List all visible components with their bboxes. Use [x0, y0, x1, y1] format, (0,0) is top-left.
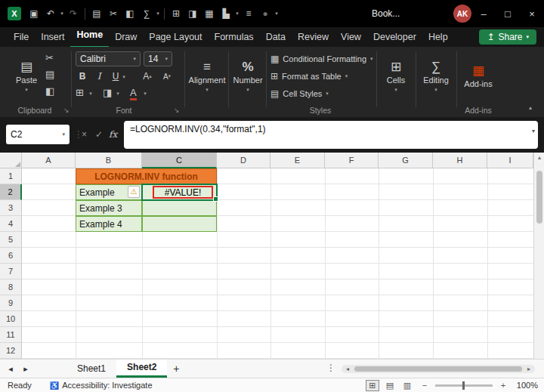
- page-break-view-button[interactable]: ▥: [400, 380, 414, 391]
- chart-chevron-icon[interactable]: ▾: [234, 11, 240, 17]
- cell-c3[interactable]: [142, 200, 217, 216]
- shrink-font-button[interactable]: A▾: [160, 69, 174, 83]
- tab-draw[interactable]: Draw: [109, 27, 143, 47]
- row-header-4[interactable]: 4: [0, 216, 22, 232]
- borders-icon[interactable]: ▦: [201, 8, 218, 19]
- paste-button[interactable]: ▤ Paste ▾: [11, 51, 42, 101]
- editing-group-button[interactable]: ∑ Editing ▾: [419, 51, 453, 101]
- tab-data[interactable]: Data: [260, 27, 292, 47]
- chart-icon[interactable]: ▙: [218, 8, 234, 19]
- cell-b1-merged-title[interactable]: LOGNORM.INV function: [76, 168, 217, 184]
- cell-b3[interactable]: Example 3: [76, 200, 142, 216]
- row-header-7[interactable]: 7: [0, 264, 22, 279]
- row-header-8[interactable]: 8: [0, 279, 22, 295]
- copy-icon[interactable]: ▤: [45, 69, 54, 79]
- tab-formulas[interactable]: Formulas: [209, 27, 260, 47]
- clipboard-dialog-launcher-icon[interactable]: ↘: [63, 106, 70, 114]
- column-header-e[interactable]: E: [270, 153, 325, 168]
- column-header-b[interactable]: B: [76, 153, 142, 168]
- select-all-button[interactable]: ◢: [0, 153, 22, 168]
- tab-help[interactable]: Help: [422, 27, 454, 47]
- list-icon[interactable]: ≡: [240, 8, 257, 19]
- grow-font-button[interactable]: A▴: [141, 69, 154, 83]
- font-name-combo[interactable]: Calibri ▾: [76, 51, 141, 66]
- error-warning-icon[interactable]: ⚠: [128, 186, 140, 198]
- sheet-nav-right-icon[interactable]: ▸: [18, 364, 33, 374]
- cell-styles-button[interactable]: ▤ Cell Styles ▾: [270, 86, 329, 101]
- addins-button[interactable]: ▦ Add-ins: [459, 51, 497, 101]
- account-avatar[interactable]: AK: [453, 5, 471, 23]
- minimize-button[interactable]: –: [471, 0, 496, 27]
- undo-icon[interactable]: ↶: [42, 8, 59, 19]
- row-header-1[interactable]: 1: [0, 168, 22, 184]
- font-color-icon[interactable]: A: [130, 88, 137, 100]
- font-size-combo[interactable]: 14 ▾: [144, 51, 172, 66]
- fill-color-icon[interactable]: ◨: [103, 88, 112, 97]
- column-header-h[interactable]: H: [433, 153, 487, 168]
- column-header-a[interactable]: A: [22, 153, 76, 168]
- excel-app-icon[interactable]: X: [8, 7, 21, 20]
- bold-button[interactable]: B: [76, 69, 89, 83]
- borders-chevron-icon[interactable]: ▾: [88, 91, 94, 97]
- accessibility-status-button[interactable]: ♿ Accessibility: Investigate: [50, 381, 153, 390]
- font-color-chevron-icon[interactable]: ▾: [142, 91, 148, 97]
- underline-chevron-icon[interactable]: ▾: [121, 74, 127, 80]
- zoom-slider[interactable]: [435, 384, 493, 387]
- tab-view[interactable]: View: [335, 27, 367, 47]
- format-painter-icon[interactable]: ◧: [122, 8, 138, 19]
- row-header-11[interactable]: 11: [0, 327, 22, 343]
- tab-bar-options-icon[interactable]: ⋮: [326, 363, 335, 373]
- column-header-g[interactable]: G: [379, 153, 433, 168]
- fill-handle[interactable]: [213, 196, 218, 202]
- zoom-level[interactable]: 100%: [517, 381, 538, 390]
- sum-icon[interactable]: ∑: [138, 8, 155, 19]
- vertical-scroll-thumb[interactable]: [536, 171, 542, 224]
- cut-icon[interactable]: ✂: [45, 53, 54, 63]
- column-header-f[interactable]: F: [325, 153, 379, 168]
- horizontal-scroll-thumb[interactable]: [354, 366, 522, 372]
- row-header-10[interactable]: 10: [0, 311, 22, 327]
- tab-review[interactable]: Review: [292, 27, 335, 47]
- maximize-button[interactable]: □: [496, 0, 520, 27]
- column-header-c[interactable]: C: [142, 153, 217, 168]
- format-as-table-button[interactable]: ⊞ Format as Table ▾: [270, 69, 348, 84]
- zoom-out-button[interactable]: −: [418, 380, 431, 391]
- row-header-9[interactable]: 9: [0, 295, 22, 311]
- undo-chevron-icon[interactable]: ▾: [59, 11, 65, 17]
- tab-file[interactable]: File: [8, 27, 35, 47]
- cut-icon[interactable]: ✂: [105, 8, 122, 19]
- vertical-scrollbar[interactable]: ▴: [533, 153, 544, 359]
- redo-icon[interactable]: ↷: [65, 8, 82, 19]
- tab-sheet1[interactable]: Sheet1: [66, 360, 116, 378]
- font-dialog-launcher-icon[interactable]: ↘: [174, 106, 180, 114]
- format-painter-icon[interactable]: ◧: [45, 86, 54, 96]
- row-header-2[interactable]: 2: [0, 184, 22, 200]
- table-icon[interactable]: ⊞: [168, 8, 184, 19]
- insert-function-icon[interactable]: fx: [109, 129, 117, 140]
- row-header-6[interactable]: 6: [0, 248, 22, 264]
- sheet-nav-left-icon[interactable]: ◂: [3, 364, 18, 374]
- row-header-12[interactable]: 12: [0, 343, 22, 359]
- italic-button[interactable]: I: [92, 69, 106, 83]
- tab-sheet2[interactable]: Sheet2: [116, 360, 167, 378]
- alignment-group-button[interactable]: ≡ Alignment ▾: [189, 51, 225, 101]
- scroll-up-icon[interactable]: ▴: [534, 154, 544, 161]
- close-button[interactable]: ×: [520, 0, 544, 27]
- zoom-in-button[interactable]: +: [496, 380, 510, 391]
- tab-home[interactable]: Home: [70, 26, 109, 48]
- name-box[interactable]: C2 ▾: [6, 125, 70, 144]
- fill-color-chevron-icon[interactable]: ▾: [115, 91, 121, 97]
- borders-icon[interactable]: ⊞: [76, 88, 84, 97]
- cell-b4[interactable]: Example 4: [76, 216, 142, 232]
- row-header-3[interactable]: 3: [0, 200, 22, 216]
- hscroll-right-icon[interactable]: ▸: [524, 365, 534, 373]
- tab-developer[interactable]: Developer: [367, 27, 422, 47]
- column-header-d[interactable]: D: [217, 153, 270, 168]
- formula-bar-expand-icon[interactable]: ▾: [532, 128, 535, 134]
- collapse-ribbon-icon[interactable]: ▴: [529, 104, 532, 111]
- conditional-formatting-button[interactable]: ▦ Conditional Formatting ▾: [270, 51, 373, 66]
- page-layout-view-button[interactable]: ▤: [383, 380, 397, 391]
- qat-chevron-icon[interactable]: ▾: [274, 11, 280, 17]
- column-header-i[interactable]: I: [487, 153, 533, 168]
- hscroll-left-icon[interactable]: ◂: [342, 365, 353, 373]
